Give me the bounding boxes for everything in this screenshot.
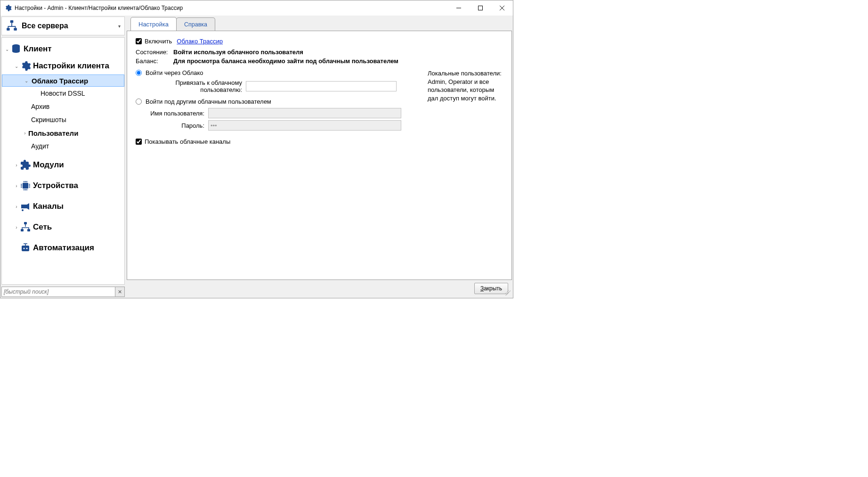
login-cloud-label: Войти через Облако (146, 69, 203, 76)
bind-user-input[interactable] (246, 81, 397, 91)
robot-icon (20, 242, 31, 254)
tab-help[interactable]: Справка (176, 17, 215, 31)
show-cloud-channels-label: Показывать облачные каналы (145, 138, 230, 145)
tabs: Настройка Справка (127, 16, 512, 31)
username-input[interactable] (208, 108, 401, 118)
chevron-right-icon[interactable]: › (13, 225, 20, 230)
svg-rect-8 (23, 183, 28, 189)
local-users-note: Локальные пользователи: Admin, Operator … (428, 69, 503, 149)
minimize-button[interactable] (448, 0, 470, 16)
chevron-right-icon[interactable]: › (13, 204, 20, 209)
tree-item-client[interactable]: ⌄ Клиент (2, 41, 124, 58)
settings-window: Настройки - Admin - Клиент/Настройки кли… (0, 0, 513, 298)
tree-label: Новости DSSL (41, 90, 85, 97)
tree-item-automation[interactable]: Автоматизация (2, 239, 124, 256)
window-title: Настройки - Admin - Клиент/Настройки кли… (15, 5, 448, 11)
resize-grip[interactable] (505, 290, 511, 296)
password-label: Пароль: (147, 122, 208, 129)
login-other-label: Войти под другим облачным пользователем (146, 98, 271, 105)
clear-search-button[interactable]: ✕ (115, 287, 125, 297)
svg-rect-10 (24, 222, 27, 224)
tree-item-screenshots[interactable]: Скриншоты (2, 113, 124, 126)
enable-label: Включить (145, 38, 172, 45)
svg-rect-12 (27, 229, 30, 231)
tree-item-modules[interactable]: › Модули (2, 156, 124, 173)
network-icon (6, 20, 18, 32)
content: Включить Облако Трассир Состояние: Войти… (127, 31, 512, 280)
tree-label: Сеть (33, 222, 52, 232)
chevron-down-icon[interactable]: ⌄ (13, 64, 20, 69)
tree-item-devices[interactable]: › Устройства (2, 177, 124, 194)
tab-settings[interactable]: Настройка (130, 17, 177, 31)
chevron-down-icon[interactable]: ⌄ (4, 47, 10, 52)
tree-label: Модули (33, 160, 64, 170)
close-dialog-button[interactable]: Закрыть (474, 283, 508, 294)
chip-icon (20, 180, 31, 191)
tree-item-network[interactable]: › Сеть (2, 219, 124, 236)
svg-point-14 (24, 248, 25, 249)
state-value: Войти используя облачного пользователя (173, 49, 303, 56)
footer: Закрыть (127, 280, 512, 297)
chevron-right-icon[interactable]: › (13, 183, 20, 189)
login-cloud-radio[interactable] (136, 70, 142, 76)
tree-item-news-dssl[interactable]: Новости DSSL (2, 87, 124, 100)
enable-checkbox[interactable] (136, 38, 142, 44)
chevron-right-icon[interactable]: › (23, 131, 27, 136)
tree-label: Настройки клиента (33, 61, 109, 71)
tree-label: Устройства (33, 181, 78, 190)
tree-label: Клиент (24, 44, 52, 54)
svg-point-15 (26, 248, 28, 249)
tree-item-channels[interactable]: › Каналы (2, 198, 124, 215)
network-icon (20, 222, 31, 233)
tree-label: Каналы (33, 202, 64, 211)
quick-search-input[interactable] (1, 287, 115, 297)
balance-value: Для просмотра баланса необходимо зайти п… (173, 58, 398, 65)
svg-rect-6 (14, 28, 17, 30)
svg-rect-13 (22, 246, 29, 251)
server-selector-label: Все сервера (22, 22, 118, 30)
username-label: Имя пользователя: (147, 110, 208, 117)
tab-label: Настройка (138, 21, 169, 28)
svg-point-9 (22, 209, 24, 211)
enable-checkbox-wrapper[interactable]: Включить (136, 38, 172, 45)
close-button[interactable] (491, 0, 513, 16)
tree-label: Облако Трассир (32, 77, 88, 85)
cloud-trassir-link[interactable]: Облако Трассир (177, 38, 223, 45)
chevron-right-icon[interactable]: › (13, 163, 20, 168)
tree-label: Архив (31, 103, 49, 110)
svg-rect-11 (21, 229, 24, 231)
balance-label: Баланс: (136, 58, 169, 65)
state-label: Состояние: (136, 49, 169, 56)
tree-item-users[interactable]: › Пользователи (2, 126, 124, 140)
tree-label: Автоматизация (33, 243, 94, 253)
window-controls (448, 0, 513, 16)
puzzle-icon (20, 159, 31, 171)
svg-rect-1 (479, 6, 483, 10)
main-panel: Настройка Справка Включить Облако Трасси… (127, 16, 512, 297)
chevron-down-icon[interactable]: ⌄ (23, 78, 30, 83)
sidebar: Все сервера ▾ ⌄ Клиент ⌄ Настройки клиен… (1, 16, 125, 297)
tree-item-client-settings[interactable]: ⌄ Настройки клиента (2, 58, 124, 74)
tree-label: Скриншоты (31, 116, 66, 123)
show-cloud-channels-checkbox[interactable] (136, 139, 142, 145)
chevron-down-icon: ▾ (118, 24, 121, 29)
server-selector[interactable]: Все сервера ▾ (1, 16, 125, 35)
gear-icon (20, 60, 31, 72)
tree-item-audit[interactable]: Аудит (2, 140, 124, 153)
gear-icon (4, 4, 12, 12)
tab-label: Справка (184, 21, 207, 28)
show-cloud-channels-wrapper[interactable]: Показывать облачные каналы (136, 138, 230, 145)
tree-item-archive[interactable]: Архив (2, 100, 124, 113)
nav-tree: ⌄ Клиент ⌄ Настройки клиента ⌄ Облако Тр… (1, 37, 125, 285)
titlebar: Настройки - Admin - Клиент/Настройки кли… (0, 0, 513, 16)
svg-rect-4 (10, 20, 14, 23)
tree-item-cloud-trassir[interactable]: ⌄ Облако Трассир (2, 74, 124, 87)
tree-label: Пользователи (28, 129, 78, 137)
login-other-radio[interactable] (136, 99, 142, 105)
quick-search: ✕ (1, 287, 125, 297)
svg-rect-5 (7, 28, 10, 30)
bind-user-label: Привязать к облачному пользователю: (147, 79, 246, 93)
maximize-button[interactable] (470, 0, 491, 16)
tree-label: Аудит (31, 142, 49, 150)
password-input[interactable] (208, 120, 401, 131)
